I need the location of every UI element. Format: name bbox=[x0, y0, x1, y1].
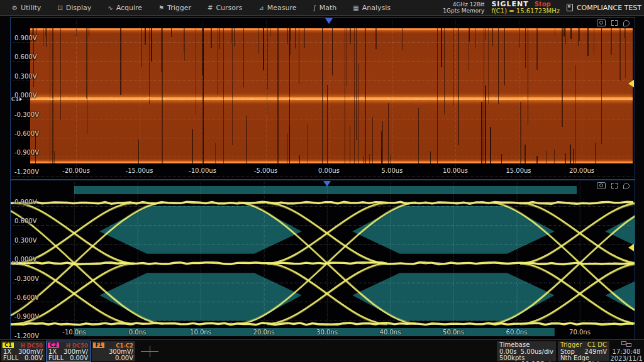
timebase-scale: 5.00us/div bbox=[521, 349, 553, 355]
oscilloscope-screen: ⚙Utility⊡Display∿Acquire⚑Trigger#Cursors… bbox=[0, 0, 644, 362]
channel-marker-c1[interactable]: C1 bbox=[11, 260, 22, 266]
display-icon: ⊡ bbox=[57, 4, 62, 11]
menu-item-math[interactable]: ∫Math bbox=[304, 0, 345, 15]
grid-line-v bbox=[203, 19, 203, 177]
menu-item-label: Trigger bbox=[167, 4, 191, 12]
grid-line-h bbox=[13, 283, 633, 283]
plot-window-controls bbox=[597, 182, 630, 189]
grid-line-h bbox=[13, 42, 633, 43]
channel-box-c2[interactable]: C2 H DC50 1X 300mV/ FULL 0.00V bbox=[47, 341, 90, 361]
acquisition-plot[interactable]: C1 0.900V0.600V0.300V0.000V-0.300V-0.600… bbox=[10, 17, 635, 180]
trigger-source: C1 DC bbox=[587, 342, 607, 348]
x-axis-label: -5.00us bbox=[246, 167, 286, 174]
grid-line-v bbox=[76, 19, 77, 177]
c1-offset: 0.00V bbox=[25, 355, 43, 361]
clock-time: 17:30:48 bbox=[610, 348, 643, 355]
channel-box-c1[interactable]: C1 H DC50 1X 300mV/ FULL 0.00V bbox=[1, 341, 45, 361]
menu-item-acquire[interactable]: ∿Acquire bbox=[99, 0, 150, 15]
x-axis-label: -10.0ns bbox=[54, 329, 94, 336]
y-axis-label: -0.600V bbox=[14, 130, 39, 137]
grid-line-v bbox=[580, 182, 580, 337]
grid-line-v bbox=[201, 182, 201, 337]
detach-icon[interactable] bbox=[623, 20, 630, 26]
menu-item-label: Utility bbox=[21, 4, 41, 12]
x-axis-label: 5.00us bbox=[372, 167, 413, 174]
camera-icon[interactable] bbox=[597, 19, 606, 26]
f1-offset: 0.00V bbox=[115, 355, 133, 361]
menu-item-measure[interactable]: ⊿Measure bbox=[250, 0, 304, 15]
system-spec: 4GHz 12Bit 1Gpts Memory bbox=[443, 1, 484, 14]
channel-box-f1[interactable]: F1 C1-C2 300mV/ 0.00V bbox=[92, 341, 135, 361]
trigger-box[interactable]: Trigger C1 DC Stop 249mV Nth Edge Rising bbox=[558, 341, 609, 361]
expand-icon[interactable] bbox=[611, 20, 618, 26]
c1-waveform bbox=[30, 28, 633, 163]
grid-line-v bbox=[329, 19, 330, 177]
x-axis-label: 50.0ns bbox=[433, 329, 474, 336]
x-axis-label: 0.0ns bbox=[118, 329, 158, 336]
grid-line-v bbox=[453, 182, 454, 337]
menu-bar: ⚙Utility⊡Display∿Acquire⚑Trigger#Cursors… bbox=[0, 0, 644, 16]
y-axis-label: 0.600V bbox=[14, 53, 36, 60]
timebase-title: Timebase bbox=[499, 342, 530, 348]
compliance-test-label: COMPLIANCE TEST bbox=[577, 4, 641, 12]
x-axis-label: 15.00us bbox=[499, 167, 539, 174]
grid-line-v bbox=[517, 182, 518, 337]
acquire-icon: ∿ bbox=[108, 4, 113, 11]
trigger-position-marker[interactable] bbox=[325, 18, 333, 24]
channel-marker-c1[interactable]: C1 bbox=[11, 96, 22, 102]
y-axis-label: 0.900V bbox=[14, 199, 36, 206]
math-icon: ∫ bbox=[313, 4, 316, 11]
waveform-low-rail bbox=[30, 162, 633, 163]
grid-line-v bbox=[392, 19, 393, 177]
grid-line-v bbox=[455, 19, 456, 177]
y-axis-label: 0.300V bbox=[14, 237, 36, 244]
analysis-icon: ▦ bbox=[353, 4, 358, 11]
y-axis-label: -0.600V bbox=[14, 294, 39, 301]
menu-item-label: Acquire bbox=[116, 4, 142, 12]
timebase-box[interactable]: Timebase 0.00s 5.00us/div 500kpts 10.0GS… bbox=[497, 341, 556, 361]
menu-items: ⚙Utility⊡Display∿Acquire⚑Trigger#Cursors… bbox=[0, 0, 399, 15]
cursors-icon: # bbox=[208, 4, 213, 11]
trigger-position-marker[interactable] bbox=[323, 181, 331, 187]
camera-icon[interactable] bbox=[597, 182, 606, 189]
y-axis-label: -0.300V bbox=[14, 111, 39, 118]
menu-item-analysis[interactable]: ▦Analysis bbox=[345, 0, 399, 15]
expand-icon[interactable] bbox=[611, 183, 618, 189]
x-axis-label: 30.0ns bbox=[307, 329, 347, 336]
y-axis-label: 0.900V bbox=[14, 35, 36, 41]
spec-bandwidth: 4GHz 12Bit bbox=[443, 1, 484, 8]
gear-icon: ⚙ bbox=[12, 4, 18, 11]
run-state-indicator[interactable]: Stop bbox=[535, 1, 551, 8]
menu-item-utility[interactable]: ⚙Utility bbox=[4, 0, 49, 15]
menu-item-label: Cursors bbox=[216, 4, 242, 12]
grid-line-h bbox=[13, 119, 633, 119]
eye-diagram-plot[interactable]: C1 0.900V0.600V0.300V0.000V-0.300V-0.600… bbox=[10, 180, 635, 340]
grid-line-h bbox=[13, 138, 633, 138]
lan-status-icon[interactable] bbox=[621, 341, 631, 347]
menu-item-trigger[interactable]: ⚑Trigger bbox=[150, 0, 199, 15]
x-axis-label: -10.00us bbox=[182, 167, 223, 174]
c2-offset: 0.00V bbox=[70, 355, 88, 361]
add-channel-button[interactable] bbox=[141, 346, 158, 357]
y-axis-label: -0.900V bbox=[14, 313, 39, 320]
clock-block: 17:30:48 2023/11/1 bbox=[610, 341, 643, 362]
menu-item-label: Display bbox=[66, 4, 92, 12]
x-axis-label: 70.0ns bbox=[560, 329, 600, 336]
brand-logo: SIGLENT bbox=[491, 1, 528, 8]
compliance-test-button[interactable]: COMPLIANCE TEST bbox=[567, 4, 641, 12]
x-axis-label: 10.00us bbox=[435, 167, 475, 174]
menu-item-display[interactable]: ⊡Display bbox=[49, 0, 99, 15]
menu-item-cursors[interactable]: #Cursors bbox=[199, 0, 250, 15]
y-axis-label: -0.300V bbox=[14, 275, 39, 282]
grid-line-h bbox=[13, 206, 633, 207]
trigger-level-marker[interactable] bbox=[628, 80, 634, 87]
x-axis-label: 20.00us bbox=[562, 167, 602, 174]
grid-line-v bbox=[391, 182, 391, 337]
trigger-level-marker[interactable] bbox=[628, 244, 634, 251]
detach-icon[interactable] bbox=[623, 183, 630, 189]
header-right: 4GHz 12Bit 1Gpts Memory SIGLENT Stop f(C… bbox=[443, 0, 641, 15]
x-axis-label: -20.00us bbox=[56, 167, 96, 174]
grid-line-h bbox=[13, 225, 633, 226]
grid-line-v bbox=[327, 182, 328, 337]
x-axis-label: 10.0ns bbox=[180, 329, 221, 336]
